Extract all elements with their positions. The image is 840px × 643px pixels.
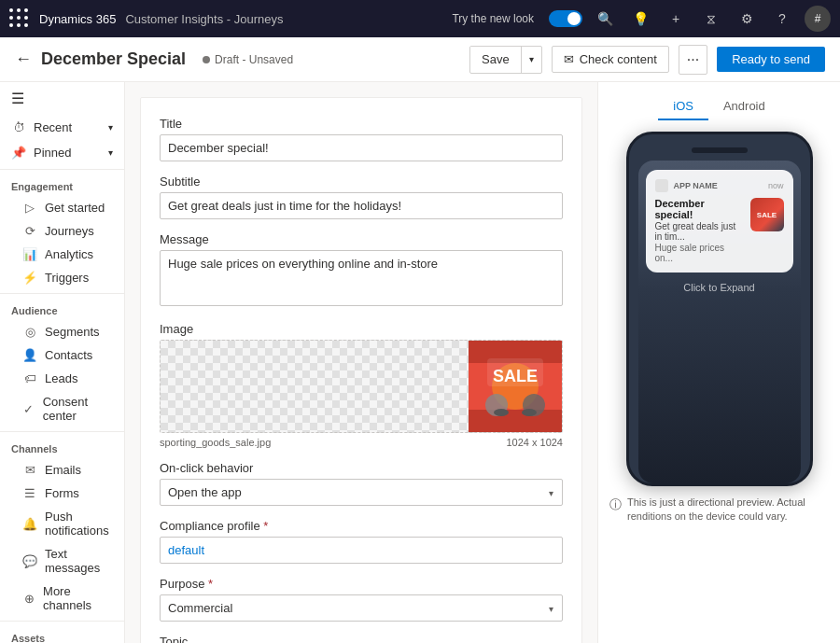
cmdbar: ← December Special Draft - Unsaved Save …	[0, 37, 840, 82]
compliance-label: Compliance profile *	[160, 519, 563, 533]
contacts-icon: 👤	[22, 348, 37, 362]
svg-point-7	[494, 409, 509, 416]
image-upload-area[interactable]: SALE	[160, 340, 563, 433]
click-expand-label[interactable]: Click to Expand	[638, 282, 801, 293]
notif-content: December special! Get great deals just i…	[655, 198, 784, 263]
subtitle-input[interactable]	[160, 192, 563, 219]
image-meta: sporting_goods_sale.jpg 1024 x 1024	[160, 437, 563, 448]
sidebar-item-more-channels[interactable]: ⊕ More channels	[0, 580, 124, 617]
notif-subtitle: Get great deals just in tim...	[655, 221, 745, 242]
more-channels-icon: ⊕	[22, 592, 35, 606]
compliance-required: *	[263, 519, 268, 533]
audience-group-label: Audience	[0, 298, 124, 320]
topic-field-group: Topic Select a topic ▾	[160, 635, 563, 643]
preview-note: ⓘ This is just a directional preview. Ac…	[609, 496, 829, 524]
purpose-field-group: Purpose * Commercial ▾	[160, 577, 563, 622]
topic-label: Topic	[160, 635, 563, 643]
message-textarea[interactable]: Huge sale prices on everything online an…	[160, 250, 563, 306]
sidebar-item-journeys[interactable]: ⟳ Journeys	[0, 219, 124, 243]
search-icon[interactable]: 🔍	[592, 11, 618, 26]
image-preview: SALE	[469, 341, 562, 432]
sidebar-item-recent[interactable]: ⏱ Recent ▾	[0, 115, 124, 140]
tab-ios[interactable]: iOS	[658, 93, 708, 120]
ready-to-send-button[interactable]: Ready to send	[717, 47, 825, 72]
status-dot	[203, 56, 210, 63]
filter-icon[interactable]: ⧖	[698, 11, 724, 27]
sidebar-item-segments[interactable]: ◎ Segments	[0, 320, 124, 343]
tab-android[interactable]: Android	[708, 93, 780, 120]
sidebar-item-forms[interactable]: ☰ Forms	[0, 482, 124, 505]
compliance-input[interactable]	[160, 537, 563, 564]
sidebar-item-emails[interactable]: ✉ Emails	[0, 458, 124, 482]
image-filename: sporting_goods_sale.jpg	[160, 437, 271, 448]
save-button-group: Save ▾	[469, 46, 542, 74]
purpose-select[interactable]: Commercial	[160, 594, 563, 622]
divider	[0, 169, 124, 170]
app-grid-icon[interactable]	[9, 8, 30, 29]
assets-group-label: Assets	[0, 625, 124, 643]
sidebar-item-text-messages[interactable]: 💬 Text messages	[0, 542, 124, 580]
back-button[interactable]: ←	[15, 49, 32, 69]
notif-app-name: APP NAME	[674, 181, 763, 190]
save-button[interactable]: Save	[470, 47, 521, 72]
notif-header: APP NAME now	[655, 179, 784, 192]
title-label: Title	[160, 117, 563, 131]
form-card: Title Subtitle Message Huge sale prices …	[140, 97, 582, 643]
chevron-down-icon: ▾	[108, 147, 113, 158]
phone-notch	[692, 147, 748, 153]
notif-body: Huge sale prices on...	[655, 243, 745, 263]
page-title: December Special	[41, 49, 186, 69]
try-new-look-label: Try the new look	[452, 12, 534, 25]
topbar: Dynamics 365 Customer Insights - Journey…	[0, 0, 840, 37]
sale-image: SALE	[469, 341, 562, 432]
divider	[0, 621, 124, 622]
title-field-group: Title	[160, 117, 563, 161]
text-icon: 💬	[22, 554, 37, 568]
app-module: Customer Insights - Journeys	[125, 12, 283, 26]
svg-rect-6	[487, 358, 543, 386]
status-badge: Draft - Unsaved	[203, 53, 293, 66]
form-area: Title Subtitle Message Huge sale prices …	[125, 82, 597, 643]
more-options-button[interactable]: ···	[679, 45, 707, 75]
sidebar-item-triggers[interactable]: ⚡ Triggers	[0, 266, 124, 289]
status-text: Draft - Unsaved	[215, 53, 293, 66]
forms-icon: ☰	[22, 486, 37, 500]
settings-icon[interactable]: ⚙	[734, 11, 760, 26]
sale-svg: SALE	[469, 340, 562, 433]
subtitle-field-group: Subtitle	[160, 175, 563, 219]
sidebar-item-contacts[interactable]: 👤 Contacts	[0, 343, 124, 367]
lightbulb-icon[interactable]: 💡	[627, 11, 653, 26]
triggers-icon: ⚡	[22, 271, 37, 285]
add-icon[interactable]: +	[663, 11, 689, 26]
sidebar-item-analytics[interactable]: 📊 Analytics	[0, 243, 124, 266]
onclick-field-group: On-click behavior Open the app ▾	[160, 461, 563, 506]
onclick-label: On-click behavior	[160, 461, 563, 475]
preview-tabs: iOS Android	[658, 93, 779, 120]
message-label: Message	[160, 232, 563, 246]
pin-icon: 📌	[11, 146, 26, 160]
sidebar-item-pinned[interactable]: 📌 Pinned ▾	[0, 140, 124, 165]
sidebar-item-get-started[interactable]: ▷ Get started	[0, 196, 124, 219]
phone-screen: APP NAME now December special! Get great…	[638, 161, 801, 483]
emails-icon: ✉	[22, 463, 37, 477]
email-check-icon: ✉	[564, 52, 574, 66]
sidebar-item-leads[interactable]: 🏷 Leads	[0, 367, 124, 390]
divider	[0, 293, 124, 294]
subtitle-label: Subtitle	[160, 175, 563, 189]
new-look-toggle[interactable]	[549, 10, 582, 27]
help-icon[interactable]: ?	[769, 11, 795, 26]
hamburger-icon[interactable]: ☰	[0, 82, 124, 115]
sidebar-item-consent-center[interactable]: ✓ Consent center	[0, 390, 124, 427]
compliance-field-group: Compliance profile *	[160, 519, 563, 564]
sidebar-item-push-notifications[interactable]: 🔔 Push notifications	[0, 505, 124, 542]
check-content-button[interactable]: ✉ Check content	[552, 46, 669, 73]
sidebar: ☰ ⏱ Recent ▾ 📌 Pinned ▾ Engagement ▷ Get…	[0, 82, 125, 643]
notif-title: December special!	[655, 198, 745, 220]
title-input[interactable]	[160, 134, 563, 161]
recent-icon: ⏱	[11, 120, 26, 134]
onclick-select[interactable]: Open the app	[160, 479, 563, 506]
journeys-icon: ⟳	[22, 224, 37, 238]
save-dropdown-button[interactable]: ▾	[522, 49, 541, 70]
avatar[interactable]: #	[805, 6, 831, 32]
purpose-select-wrap: Commercial ▾	[160, 594, 563, 622]
